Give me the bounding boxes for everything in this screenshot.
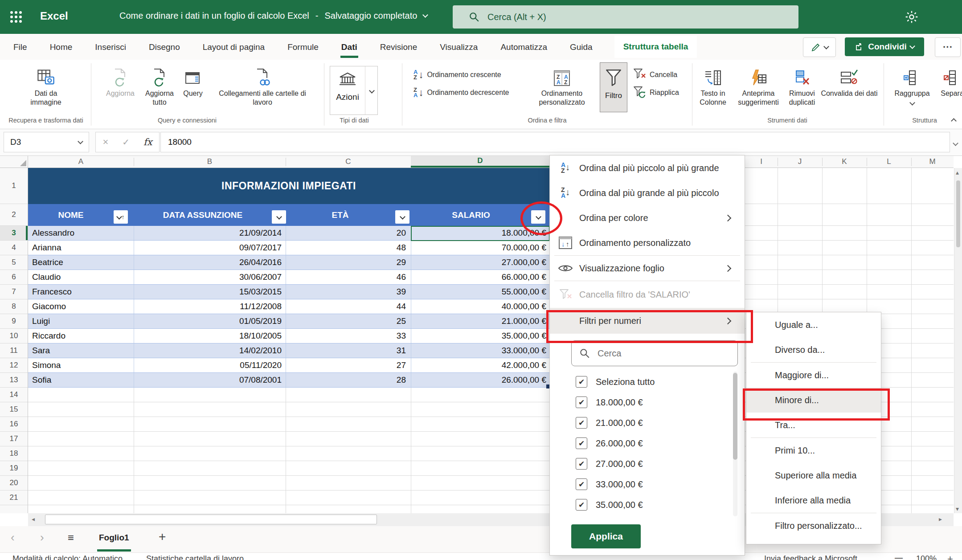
cell-data[interactable]: 11/12/2008 bbox=[134, 299, 286, 314]
cell-eta[interactable]: 25 bbox=[286, 314, 411, 328]
column-header-b[interactable]: B bbox=[134, 156, 286, 168]
share-button[interactable]: Condividi bbox=[845, 37, 924, 56]
cell-nome[interactable]: Beatrice bbox=[28, 255, 134, 270]
filter-list-scrollbar[interactable] bbox=[733, 372, 737, 516]
submenu-item-superiore-alla-media[interactable]: Superiore alla media bbox=[746, 463, 881, 488]
all-sheets-menu-button[interactable]: ≡ bbox=[68, 531, 74, 544]
more-ribbon-options-button[interactable]: ··· bbox=[935, 37, 961, 57]
row-header-2[interactable]: 2 bbox=[0, 204, 28, 226]
table-row[interactable]: Sofia 07/08/2001 28 26.000,00 € bbox=[28, 373, 549, 388]
cell-nome[interactable]: Claudio bbox=[28, 270, 134, 284]
select-all-corner[interactable] bbox=[0, 156, 28, 168]
row-header-11[interactable]: 11 bbox=[0, 343, 28, 358]
cell-nome[interactable]: Sofia bbox=[28, 373, 134, 387]
tab-visualizza[interactable]: Visualizza bbox=[439, 36, 479, 58]
row-header-8[interactable]: 8 bbox=[0, 299, 28, 314]
row-header-6[interactable]: 6 bbox=[0, 270, 28, 285]
submenu-item-tra[interactable]: Tra... bbox=[746, 413, 881, 437]
zoom-in-button[interactable]: + bbox=[947, 553, 953, 560]
cell-nome[interactable]: Luigi bbox=[28, 314, 134, 328]
sheet-tab-foglio1[interactable]: Foglio1 bbox=[97, 526, 131, 552]
checkbox-checked-icon[interactable]: ✔ bbox=[576, 417, 587, 429]
ungroup-rows-button[interactable]: Separa bbox=[928, 64, 962, 98]
custom-sort-button[interactable]: Z A A Z Ordinamento personalizzato bbox=[528, 64, 595, 107]
row-header-1[interactable]: 1 bbox=[0, 168, 28, 204]
scroll-up-icon[interactable]: ▴ bbox=[956, 169, 959, 176]
column-header-d-selected[interactable]: D bbox=[411, 156, 549, 168]
prev-sheet-button[interactable]: ‹ bbox=[11, 531, 15, 544]
cell-data[interactable]: 09/07/2017 bbox=[134, 241, 286, 255]
expand-formula-bar-button[interactable] bbox=[954, 139, 958, 147]
filter-button-salario[interactable] bbox=[531, 210, 545, 224]
cell-eta[interactable]: 20 bbox=[286, 226, 411, 240]
row-header-5[interactable]: 5 bbox=[0, 255, 28, 270]
cell-eta[interactable]: 39 bbox=[286, 285, 411, 299]
filter-button-data-assunzione[interactable] bbox=[272, 210, 286, 224]
table-row[interactable]: Simona 05/11/2020 27 42.000,00 € bbox=[28, 358, 549, 373]
filter-button-eta[interactable] bbox=[395, 210, 409, 224]
reapply-filter-button[interactable]: Riapplica bbox=[633, 85, 679, 101]
grid-area[interactable] bbox=[28, 388, 549, 513]
column-header-a[interactable]: A bbox=[28, 156, 134, 168]
tab-file[interactable]: File bbox=[12, 36, 28, 58]
cell-salario[interactable]: 33.000,00 € bbox=[411, 343, 549, 358]
zoom-level[interactable]: 100% bbox=[916, 554, 937, 560]
next-sheet-button[interactable]: › bbox=[40, 531, 44, 544]
cell-salario[interactable]: 21.000,00 € bbox=[411, 314, 549, 328]
feedback-link[interactable]: Invia feedback a Microsoft bbox=[764, 554, 857, 560]
row-header-13[interactable]: 13 bbox=[0, 373, 28, 388]
row-header-16[interactable]: 16 bbox=[0, 417, 28, 432]
submenu-item-filtro-personalizzato[interactable]: Filtro personalizzato... bbox=[746, 513, 881, 538]
data-validation-button[interactable]: Convalida dei dati bbox=[821, 64, 878, 98]
tab-inserisci[interactable]: Inserisci bbox=[94, 36, 127, 58]
data-from-picture-button[interactable]: Dati da immagine bbox=[10, 64, 82, 107]
menu-item-sheet-view[interactable]: Visualizzazione foglio bbox=[550, 256, 745, 281]
cell-data[interactable]: 01/05/2019 bbox=[134, 314, 286, 328]
row-header-20[interactable]: 20 bbox=[0, 476, 28, 491]
cell-data[interactable]: 05/11/2020 bbox=[134, 358, 286, 372]
row-header-15[interactable]: 15 bbox=[0, 402, 28, 417]
cell-data[interactable]: 15/03/2015 bbox=[134, 285, 286, 299]
row-header-14[interactable]: 14 bbox=[0, 388, 28, 402]
cell-eta[interactable]: 48 bbox=[286, 241, 411, 255]
workbook-stats-button[interactable]: Statistiche cartella di lavoro bbox=[146, 554, 244, 560]
formula-input[interactable]: 18000 bbox=[160, 132, 950, 152]
document-title-area[interactable]: Come ordinare i dati in un foglio di cal… bbox=[119, 11, 427, 21]
cell-data[interactable]: 21/09/2014 bbox=[134, 226, 286, 240]
row-header-12[interactable]: 12 bbox=[0, 358, 28, 373]
table-row[interactable]: Riccardo 18/10/2005 33 35.000,00 € bbox=[28, 329, 549, 343]
tab-dati[interactable]: Dati bbox=[340, 36, 358, 58]
editing-mode-button[interactable] bbox=[803, 37, 836, 57]
cell-data[interactable]: 26/04/2016 bbox=[134, 255, 286, 270]
apply-button[interactable]: Applica bbox=[571, 524, 641, 548]
cell-eta[interactable]: 28 bbox=[286, 373, 411, 387]
filter-checkbox-value[interactable]: ✔ 33.000,00 € bbox=[550, 474, 745, 495]
column-header-m[interactable]: M bbox=[911, 156, 954, 168]
menu-item-sort-by-color[interactable]: Ordina per colore bbox=[550, 205, 745, 230]
app-launcher-button[interactable] bbox=[9, 10, 23, 24]
filter-checkbox-value[interactable]: ✔ 21.000,00 € bbox=[550, 413, 745, 433]
scroll-left-icon[interactable]: ◂ bbox=[32, 515, 35, 523]
checkbox-checked-icon[interactable]: ✔ bbox=[576, 499, 587, 511]
column-header-l[interactable]: L bbox=[867, 156, 911, 168]
column-header-data-assunzione[interactable]: DATA ASSUNZIONE bbox=[134, 204, 272, 226]
filter-checkbox-value[interactable]: ✔ 18.000,00 € bbox=[550, 392, 745, 413]
tab-home[interactable]: Home bbox=[49, 36, 74, 58]
selected-cell-outline[interactable] bbox=[411, 226, 550, 241]
menu-item-number-filters[interactable]: Filtri per numeri bbox=[550, 308, 745, 334]
cell-salario[interactable]: 40.000,00 € bbox=[411, 299, 549, 314]
scroll-down-icon[interactable]: ▾ bbox=[956, 505, 959, 512]
cell-salario[interactable]: 55.000,00 € bbox=[411, 285, 549, 299]
table-row[interactable]: Francesco 15/03/2015 39 55.000,00 € bbox=[28, 285, 549, 299]
vertical-scrollbar-thumb[interactable] bbox=[956, 180, 960, 247]
sort-ascending-button[interactable]: AZ↓ Ordinamento crescente bbox=[413, 67, 501, 83]
cell-eta[interactable]: 46 bbox=[286, 270, 411, 284]
cell-data[interactable]: 14/02/2010 bbox=[134, 343, 286, 358]
search-box[interactable]: Cerca (Alt + X) bbox=[453, 5, 798, 29]
tab-formule[interactable]: Formule bbox=[287, 36, 319, 58]
cell-nome[interactable]: Simona bbox=[28, 358, 134, 372]
column-header-salario[interactable]: SALARIO bbox=[411, 204, 531, 226]
cell-nome[interactable]: Riccardo bbox=[28, 329, 134, 343]
submenu-item-primi-10[interactable]: Primi 10... bbox=[746, 438, 881, 463]
cell-eta[interactable]: 33 bbox=[286, 329, 411, 343]
